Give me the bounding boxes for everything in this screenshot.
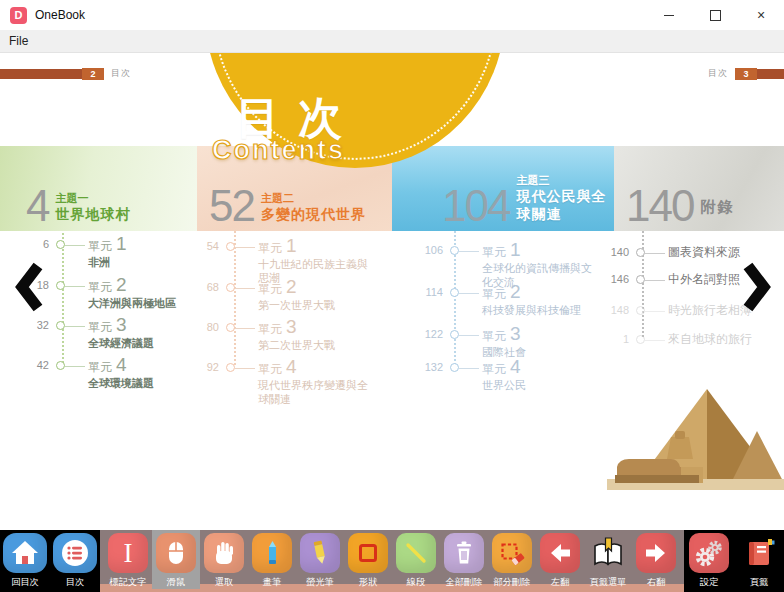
sphinx-pyramid-image [579,387,784,494]
tool-bookmark-menu[interactable]: 頁籤選單 [584,530,632,589]
prev-page-arrow[interactable] [14,261,44,313]
unit-dot [636,335,645,344]
page-title-english: Contents [212,135,345,166]
page-ribbon-left: 2 目次 [0,67,138,80]
tool-mouse[interactable]: 滑鼠 [152,530,200,589]
unit-line [645,311,665,312]
unit-title: 國際社會 [482,345,592,359]
toc-unit[interactable]: 1 來自地球的旅行 [580,331,780,348]
gear-icon [689,533,729,573]
unit-page: 106 [392,242,450,290]
minimize-button[interactable] [646,0,692,30]
unit-line [645,340,665,341]
section-theme: 主題二 [261,192,366,206]
tool-mark-text[interactable]: I 標記文字 [104,530,152,589]
unit-dot [226,323,235,332]
unit-line [645,280,665,281]
toc-unit[interactable]: 80 單元3 第二次世界大戰 [172,319,372,352]
unit-line [459,335,479,336]
toc-unit[interactable]: 106 單元1 全球化的資訊傳播與文化交流 [392,242,592,290]
unit-page: 80 [172,319,226,352]
tool-delete-all[interactable]: 全部刪除 [440,530,488,589]
hand-icon [204,533,244,573]
unit-dot [56,321,65,330]
page-ribbon-right: 目次 3 [701,67,784,80]
home-icon [3,533,47,573]
unit-page: 148 [580,302,636,319]
arrow-left-icon [540,533,580,573]
unit-page: 42 [0,357,56,390]
trash-icon [444,533,484,573]
tool-bookmark[interactable]: 頁籤 [735,530,783,589]
toc-unit[interactable]: 92 單元4 現代世界秩序變遷與全球關連 [172,359,372,407]
toc-unit[interactable]: 68 單元2 第一次世界大戰 [172,279,372,312]
unit-dot [450,246,459,255]
unit-page: 32 [0,317,56,350]
onebook-logo-icon: D [10,7,27,24]
section-title: 現代公民與全球關連 [516,188,614,223]
toolbar-left-group: 回目次 目次 [0,530,100,592]
unit-line [235,288,255,289]
toc-unit[interactable]: 32 單元3 全球經濟議題 [0,317,200,350]
ribbon-label: 目次 [708,67,728,80]
section-theme: 主題三 [516,174,614,188]
tool-line[interactable]: 線段 [392,530,440,589]
menu-file[interactable]: File [0,34,37,48]
mouse-icon [156,533,196,573]
chevron-left-icon [14,261,44,313]
ribbon-bar [0,69,82,79]
section-page-number: 4 [26,188,48,223]
unit-line [65,286,85,287]
close-button[interactable]: × [738,0,784,30]
tool-settings[interactable]: 設定 [685,530,733,589]
unit-line [459,251,479,252]
tool-highlighter[interactable]: 螢光筆 [296,530,344,589]
section-band-theme3: 104 主題三 現代公民與全球關連 [392,146,614,231]
line-icon [396,533,436,573]
unit-dot [636,275,645,284]
tool-back-to-toc[interactable]: 回目次 [1,530,49,589]
text-mark-icon: I [108,533,148,573]
maximize-button[interactable] [692,0,738,30]
unit-title: 來自地球的旅行 [668,331,780,348]
unit-line [459,368,479,369]
toc-unit[interactable]: 122 單元3 國際社會 [392,326,592,359]
app-title: OneBook [35,8,85,22]
titlebar: D OneBook × [0,0,784,30]
unit-line [235,328,255,329]
next-page-arrow[interactable] [742,261,772,313]
unit-title: 科技發展與科技倫理 [482,303,592,317]
unit-line [65,245,85,246]
tool-pen[interactable]: 畫筆 [248,530,296,589]
toc-unit[interactable]: 114 單元2 科技發展與科技倫理 [392,284,592,317]
page-number-right: 3 [735,68,757,80]
pen-icon [252,533,292,573]
unit-dot [56,281,65,290]
unit-page: 114 [392,284,450,317]
unit-dot [450,288,459,297]
ribbon-bar [757,69,784,79]
tool-partial-delete[interactable]: 部分刪除 [488,530,536,589]
page-number-left: 2 [82,68,104,80]
unit-dot [226,363,235,372]
tool-page-left[interactable]: 左翻 [536,530,584,589]
tool-shape[interactable]: 形狀 [344,530,392,589]
unit-page: 68 [172,279,226,312]
unit-title: 圖表資料來源 [668,244,780,261]
toc-unit[interactable]: 132 單元4 世界公民 [392,359,592,392]
toc-unit[interactable]: 140 圖表資料來源 [580,244,780,261]
section-title: 世界地球村 [55,206,130,224]
unit-line [459,293,479,294]
unit-dot [56,361,65,370]
tool-select[interactable]: 選取 [200,530,248,589]
unit-line [645,253,665,254]
tool-toc[interactable]: 目次 [51,530,99,589]
unit-page: 92 [172,359,226,407]
unit-title: 第二次世界大戰 [258,338,372,352]
tool-page-right[interactable]: 右翻 [632,530,680,589]
section-page-number: 140 [626,188,693,223]
bookmark-icon [739,533,779,573]
section-band-theme1: 4 主題一 世界地球村 [0,146,197,231]
unit-dot [226,242,235,251]
toc-unit[interactable]: 42 單元4 全球環境議題 [0,357,200,390]
